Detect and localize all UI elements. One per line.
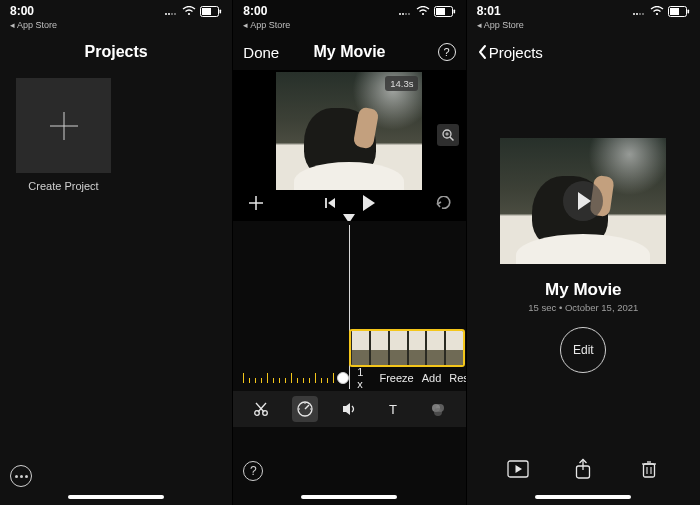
- play-project-button[interactable]: [503, 454, 533, 484]
- navbar-title: My Movie: [313, 43, 385, 61]
- svg-line-17: [450, 137, 454, 141]
- home-indicator[interactable]: [535, 495, 631, 499]
- create-project-tile[interactable]: [16, 78, 111, 173]
- project-subtitle: 15 sec • October 15, 2021: [467, 302, 700, 313]
- transport-row: [233, 194, 465, 212]
- edit-label: Edit: [573, 343, 594, 357]
- wifi-icon: [182, 6, 196, 16]
- speed-slider[interactable]: [243, 370, 349, 386]
- play-icon: [578, 192, 591, 210]
- three-phone-layout: 8:00 ◂ App Store Projects Create Project…: [0, 0, 700, 505]
- svg-rect-7: [220, 9, 222, 13]
- edit-tools-bar: T: [233, 391, 465, 427]
- play-overlay-button[interactable]: [563, 181, 603, 221]
- share-button[interactable]: [568, 454, 598, 484]
- svg-point-37: [434, 408, 442, 416]
- speed-tool[interactable]: [292, 396, 318, 422]
- svg-point-8: [399, 13, 401, 15]
- wifi-icon: [416, 6, 430, 16]
- svg-rect-6: [202, 8, 211, 15]
- phone-editor: 8:00 ◂ App Store Done My Movie ? 14.3s: [233, 0, 466, 505]
- svg-rect-50: [644, 464, 655, 477]
- svg-point-10: [405, 13, 407, 15]
- timecode-badge: 14.3s: [385, 76, 418, 91]
- home-indicator[interactable]: [68, 495, 164, 499]
- titles-tool[interactable]: T: [381, 396, 407, 422]
- timeline[interactable]: 1 x Freeze Add Reset T: [233, 221, 465, 445]
- video-preview[interactable]: 14.3s: [276, 72, 422, 190]
- cut-tool[interactable]: [248, 396, 274, 422]
- battery-icon: [200, 6, 222, 17]
- svg-line-29: [305, 405, 309, 409]
- edit-button[interactable]: Edit: [560, 327, 606, 373]
- svg-point-3: [174, 13, 176, 15]
- status-time: 8:01: [477, 4, 501, 18]
- phone-detail: 8:01 ◂ App Store Projects My Movie: [467, 0, 700, 505]
- project-title: My Movie: [467, 280, 700, 300]
- svg-point-11: [408, 13, 410, 15]
- back-to-app[interactable]: ◂ App Store: [467, 20, 700, 34]
- undo-button[interactable]: [434, 196, 452, 210]
- filters-tool[interactable]: [425, 396, 451, 422]
- svg-marker-33: [343, 403, 350, 415]
- battery-icon: [668, 6, 690, 17]
- back-projects-button[interactable]: Projects: [477, 44, 543, 61]
- preview-area: 14.3s: [233, 70, 465, 223]
- status-right: [398, 6, 456, 17]
- detail-preview[interactable]: [500, 138, 666, 264]
- back-to-app[interactable]: ◂ App Store: [233, 20, 465, 34]
- svg-point-38: [633, 13, 635, 15]
- more-button[interactable]: [10, 465, 32, 487]
- back-label: Projects: [489, 44, 543, 61]
- chevron-left-icon: [477, 44, 488, 60]
- play-button[interactable]: [363, 195, 375, 211]
- svg-point-12: [422, 13, 424, 15]
- svg-point-1: [168, 13, 170, 15]
- status-bar: 8:00: [233, 0, 465, 20]
- signal-icon: [632, 7, 646, 16]
- wifi-icon: [650, 6, 664, 16]
- help-button[interactable]: ?: [438, 43, 456, 61]
- status-time: 8:00: [243, 4, 267, 18]
- svg-rect-44: [670, 8, 679, 15]
- back-to-app[interactable]: ◂ App Store: [0, 20, 232, 34]
- status-bar: 8:01: [467, 0, 700, 20]
- svg-rect-15: [453, 9, 455, 13]
- phone-projects: 8:00 ◂ App Store Projects Create Project: [0, 0, 233, 505]
- signal-icon: [164, 7, 178, 16]
- add-media-button[interactable]: [247, 194, 265, 212]
- skip-start-button[interactable]: [323, 196, 337, 210]
- svg-marker-23: [328, 198, 335, 208]
- volume-tool[interactable]: [336, 396, 362, 422]
- navbar-title: Projects: [85, 43, 148, 61]
- zoom-button[interactable]: [437, 124, 459, 146]
- plus-icon: [46, 108, 82, 144]
- done-button[interactable]: Done: [243, 44, 279, 61]
- svg-point-42: [656, 13, 658, 15]
- navbar: Projects: [467, 34, 700, 70]
- status-time: 8:00: [10, 4, 34, 18]
- freeze-button[interactable]: Freeze: [379, 372, 413, 384]
- svg-rect-45: [687, 9, 689, 13]
- status-bar: 8:00: [0, 0, 232, 20]
- signal-icon: [398, 7, 412, 16]
- navbar: Done My Movie ?: [233, 34, 465, 70]
- speed-knob[interactable]: [337, 372, 349, 384]
- add-speed-button[interactable]: Add: [422, 372, 442, 384]
- svg-text:T: T: [389, 402, 397, 417]
- home-indicator[interactable]: [301, 495, 397, 499]
- svg-rect-14: [436, 8, 445, 15]
- svg-point-39: [636, 13, 638, 15]
- status-right: [632, 6, 690, 17]
- svg-point-0: [165, 13, 167, 15]
- svg-point-2: [171, 13, 173, 15]
- svg-marker-47: [515, 465, 522, 473]
- timeline-clip[interactable]: [349, 329, 465, 367]
- svg-point-41: [642, 13, 644, 15]
- reset-speed-button[interactable]: Reset: [449, 372, 465, 384]
- navbar: Projects: [0, 34, 232, 70]
- create-project-caption: Create Project: [16, 180, 111, 192]
- detail-bottom-bar: [467, 451, 700, 487]
- trash-button[interactable]: [634, 454, 664, 484]
- help-button-bottom[interactable]: ?: [243, 461, 263, 481]
